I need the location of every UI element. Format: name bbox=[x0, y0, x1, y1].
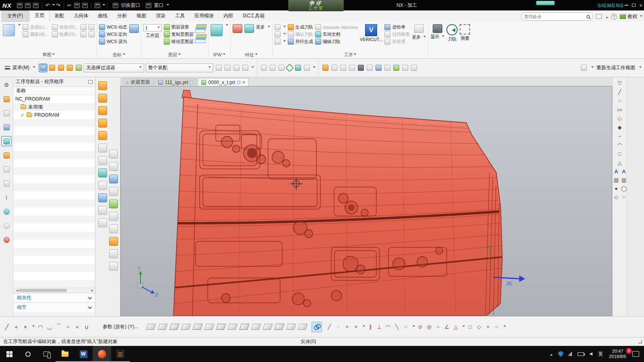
snap-center-icon[interactable] bbox=[285, 64, 294, 72]
toolpath-transform-button[interactable] bbox=[275, 39, 286, 45]
edit-toolpath-button[interactable]: 编辑刀轨 bbox=[315, 39, 358, 45]
feature-process-icon[interactable] bbox=[233, 24, 242, 33]
paste-object-icon[interactable] bbox=[98, 181, 107, 190]
arc-button[interactable]: 圆弧(A)... bbox=[23, 31, 49, 37]
tab-curve[interactable]: 曲线 bbox=[93, 10, 112, 22]
wcs-dynamic-button[interactable]: WCS 动态 bbox=[99, 24, 127, 30]
toolpath-divide-button[interactable] bbox=[275, 31, 286, 37]
grid-icon[interactable] bbox=[580, 64, 587, 72]
wcs-group-label[interactable]: 坐标 bbox=[99, 51, 139, 58]
security-tray-button[interactable] bbox=[555, 346, 566, 362]
snap-vertex-icon[interactable] bbox=[303, 64, 310, 72]
two-point-line-icon[interactable]: ╱ bbox=[3, 324, 10, 330]
toolpath-display-button[interactable]: 刀轨 bbox=[446, 24, 458, 42]
grid-caret-icon[interactable] bbox=[591, 66, 594, 69]
create-program-icon[interactable] bbox=[98, 81, 107, 90]
sketch-group-label[interactable]: 草图 bbox=[3, 51, 95, 58]
close-button[interactable]: × bbox=[639, 3, 642, 8]
arc-top-icon[interactable]: ⌒ bbox=[55, 323, 62, 331]
machining-feature-navigator-icon[interactable] bbox=[2, 151, 11, 160]
resize-corner-icon[interactable] bbox=[638, 340, 642, 343]
maroon-caret-icon[interactable] bbox=[504, 325, 506, 328]
shaded-view-icon[interactable] bbox=[348, 64, 355, 72]
profile-button[interactable]: 轮廓(O)... bbox=[52, 31, 78, 37]
copy-object-icon[interactable] bbox=[98, 169, 107, 177]
maximize-button[interactable] bbox=[632, 4, 636, 7]
search-taskbar-button[interactable] bbox=[19, 346, 37, 362]
hd3d-tools-icon[interactable] bbox=[2, 179, 11, 188]
layer-visible-icon[interactable] bbox=[194, 24, 207, 33]
move-to-layer-button[interactable]: 移动至图层 bbox=[164, 39, 194, 45]
diamond-icon[interactable]: ◇ bbox=[476, 324, 483, 330]
sphere-display-icon[interactable] bbox=[375, 64, 382, 72]
create-operation-icon[interactable] bbox=[98, 131, 107, 140]
point-cross-icon[interactable]: × bbox=[22, 324, 29, 330]
sketch-fillet-icon[interactable] bbox=[80, 31, 87, 37]
render-style-icon[interactable] bbox=[357, 64, 364, 72]
transform-object-icon[interactable] bbox=[98, 206, 107, 215]
postprocess-button[interactable]: 后处理 bbox=[384, 39, 410, 45]
vericut-button[interactable]: V VERICUT... bbox=[360, 24, 382, 42]
section-details[interactable]: 细节 bbox=[13, 302, 95, 312]
diagonal-line-icon[interactable]: ╲ bbox=[394, 324, 400, 330]
redo-icon[interactable]: ↷ bbox=[56, 3, 60, 8]
find-component-icon[interactable] bbox=[322, 64, 329, 72]
filter-check-icon[interactable] bbox=[233, 64, 240, 72]
recorder-app-button[interactable] bbox=[111, 346, 130, 362]
start-button[interactable] bbox=[0, 346, 19, 362]
trimmed-sheet-icon[interactable] bbox=[262, 324, 272, 330]
create-method-icon[interactable] bbox=[98, 119, 107, 128]
touch-mode-icon[interactable] bbox=[2, 235, 11, 244]
viewport[interactable]: Y Z YC ZC bbox=[120, 86, 612, 316]
arc-down-icon[interactable]: ◡ bbox=[46, 324, 53, 330]
volume-tray-button[interactable] bbox=[587, 346, 595, 362]
program-order-view-icon[interactable] bbox=[39, 64, 47, 72]
point-plus-icon[interactable]: + bbox=[12, 324, 20, 330]
cross-point-icon[interactable]: × bbox=[353, 324, 359, 330]
generate-toolpath-button[interactable]: 生成刀轨 bbox=[288, 24, 313, 30]
ruled-surface-icon[interactable] bbox=[157, 324, 167, 330]
tab-geometry[interactable]: 几何体 bbox=[69, 10, 93, 22]
save-as-icon[interactable] bbox=[25, 3, 31, 8]
snap-midpoint-icon[interactable] bbox=[269, 64, 276, 72]
operation-more-icon[interactable] bbox=[414, 24, 424, 33]
info-icon[interactable]: i bbox=[2, 193, 11, 202]
filter-list-icon[interactable] bbox=[242, 64, 249, 72]
text-tool-icon[interactable]: A bbox=[613, 168, 620, 175]
perpendicular-line-icon[interactable]: ⊥ bbox=[376, 324, 383, 330]
cube-display-icon[interactable] bbox=[384, 64, 391, 72]
sketch-spline-icon[interactable] bbox=[89, 31, 95, 37]
square-icon[interactable]: □ bbox=[467, 324, 474, 330]
swap-view-icon[interactable] bbox=[330, 64, 338, 72]
four-point-surface-icon[interactable] bbox=[146, 324, 156, 330]
rotate-view2-icon[interactable] bbox=[109, 224, 118, 233]
undo-caret-icon[interactable] bbox=[52, 4, 55, 7]
offset-surface-icon[interactable] bbox=[251, 324, 261, 330]
sheet-tool-icon[interactable]: □ bbox=[616, 150, 623, 157]
cut-object-icon[interactable] bbox=[98, 156, 107, 165]
tab-gc-toolbox[interactable]: GC工具箱 bbox=[238, 10, 269, 22]
hidden-icons-button[interactable] bbox=[546, 346, 555, 362]
feature-teach-icon[interactable] bbox=[244, 24, 254, 33]
tab-internal[interactable]: 内部 bbox=[219, 10, 238, 22]
select-intersect-icon[interactable] bbox=[224, 64, 231, 72]
task-view-button[interactable] bbox=[37, 346, 56, 362]
snap-intersection-icon[interactable] bbox=[278, 64, 285, 72]
sphere-view-icon[interactable]: ● bbox=[613, 185, 620, 191]
regenerate-work-view-button[interactable]: 重新生成工作视图 bbox=[597, 64, 635, 71]
u-curve-icon[interactable]: ∪ bbox=[83, 324, 90, 330]
ipw-group-label[interactable]: IPW bbox=[211, 51, 228, 58]
arc-tool-icon[interactable]: ◠ bbox=[616, 142, 623, 148]
search-icon[interactable] bbox=[586, 15, 590, 19]
concentric-circle-icon[interactable]: ◎ bbox=[426, 324, 433, 330]
fill-surface-icon[interactable] bbox=[297, 324, 308, 330]
ime-indicator[interactable]: 英 bbox=[595, 346, 606, 362]
window-cascade-icon[interactable] bbox=[366, 64, 373, 72]
operation-navigator-icon[interactable] bbox=[2, 137, 11, 146]
tab-assembly[interactable]: 装配 bbox=[50, 10, 69, 22]
tree-row-program[interactable]: ✓PROGRAM bbox=[13, 111, 95, 119]
snap-quadrant-icon[interactable] bbox=[294, 64, 301, 72]
circle-icon[interactable]: ○ bbox=[402, 324, 409, 330]
wcs-set-button[interactable]: WCS 设为 bbox=[99, 39, 127, 45]
snapshot-icon[interactable] bbox=[109, 237, 118, 246]
